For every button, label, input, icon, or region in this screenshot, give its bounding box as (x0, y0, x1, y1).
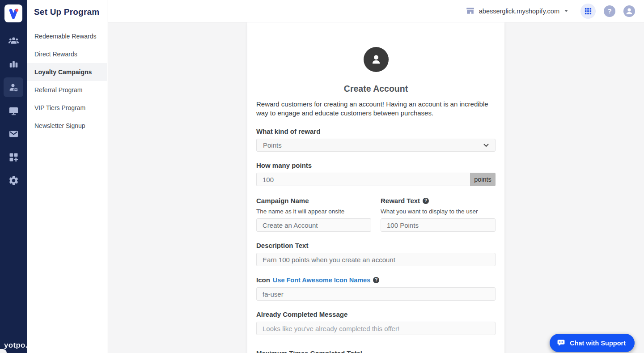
analytics-icon[interactable] (4, 54, 23, 74)
description-text-input[interactable] (256, 253, 496, 266)
yotpo-logo[interactable] (4, 4, 22, 22)
help-button[interactable]: ? (604, 5, 615, 17)
integrations-icon[interactable] (4, 147, 23, 167)
description-text-label: Description Text (256, 242, 496, 249)
topbar: abesserglick.myshopify.com ? (108, 0, 644, 22)
email-icon[interactable] (4, 124, 23, 144)
main-content: Create Account Reward customers for crea… (108, 22, 644, 353)
reward-text-label: Reward Text (381, 197, 496, 204)
reward-text-input[interactable] (381, 218, 496, 232)
apps-grid-button[interactable] (580, 4, 596, 19)
campaign-edit-card: Create Account Reward customers for crea… (247, 22, 504, 353)
icon-label: Icon (256, 276, 270, 284)
store-icon (466, 6, 475, 16)
sidebar-item-newsletter-signup[interactable]: Newsletter Signup (27, 117, 107, 135)
yotpo-wordmark: yotpo. (4, 341, 28, 350)
account-icon (623, 5, 635, 17)
setup-program-menu: Redeemable Rewards Direct Rewards Loyalt… (27, 27, 107, 135)
icon-label-row: Icon Use Font Awesome Icon Names (256, 276, 496, 284)
question-circle-icon[interactable] (373, 277, 379, 283)
points-input[interactable] (256, 173, 470, 186)
sidebar-item-referral-program[interactable]: Referral Program (27, 81, 107, 99)
reward-text-field: Reward Text What you want to display to … (381, 197, 496, 232)
question-circle-icon[interactable] (423, 198, 429, 204)
settings-icon[interactable] (4, 170, 23, 190)
help-icon: ? (607, 8, 611, 14)
campaign-name-label: Campaign Name (256, 197, 371, 204)
name-reward-row: Campaign Name The name as it will appear… (256, 197, 496, 232)
campaign-name-input[interactable] (256, 218, 371, 232)
points-addon[interactable]: points (470, 173, 496, 186)
chat-bubble-icon (557, 339, 565, 347)
campaign-name-field: Campaign Name The name as it will appear… (256, 197, 371, 232)
sidebar-item-direct-rewards[interactable]: Direct Rewards (27, 45, 107, 63)
customers-icon[interactable] (4, 31, 23, 51)
campaign-avatar (364, 47, 389, 72)
user-icon (369, 52, 383, 67)
setup-program-sidebar: Set Up Program Redeemable Rewards Direct… (27, 0, 107, 353)
apps-grid-icon (585, 8, 592, 15)
reward-kind-select[interactable]: Points (256, 139, 496, 152)
sidebar-item-loyalty-campaigns[interactable]: Loyalty Campaigns (27, 63, 107, 81)
store-domain: abesserglick.myshopify.com (479, 8, 559, 15)
max-times-label: Maximum Times Completed Total (256, 349, 496, 353)
icon-input[interactable] (256, 287, 496, 301)
chevron-down-icon (483, 144, 489, 147)
points-label: How many points (256, 162, 496, 169)
store-selector[interactable]: abesserglick.myshopify.com (466, 6, 568, 16)
already-completed-label: Already Completed Message (256, 310, 496, 318)
font-awesome-link[interactable]: Use Font Awesome Icon Names (273, 276, 370, 284)
sidebar-item-redeemable-rewards[interactable]: Redeemable Rewards (27, 27, 107, 45)
already-completed-input[interactable] (256, 322, 496, 335)
points-input-group: points (256, 173, 496, 186)
campaign-name-sublabel: The name as it will appear onsite (256, 208, 371, 215)
chat-with-support-button[interactable]: Chat with Support (550, 334, 635, 352)
icon-rail: yotpo. (0, 0, 27, 353)
sidebar-item-vip-tiers-program[interactable]: VIP Tiers Program (27, 99, 107, 117)
onsite-display-icon[interactable] (4, 101, 23, 120)
reward-kind-label: What kind of reward (256, 128, 496, 135)
reward-kind-value: Points (263, 141, 282, 149)
chevron-down-icon (564, 10, 568, 12)
reward-text-sublabel: What you want to display to the user (381, 208, 496, 215)
campaign-description: Reward customers for creating an account… (256, 100, 496, 118)
page-title: Set Up Program (27, 0, 107, 17)
campaign-title: Create Account (256, 84, 496, 94)
loyalty-campaigns-icon[interactable] (4, 77, 23, 97)
reward-text-label-text: Reward Text (381, 197, 420, 204)
account-button[interactable] (623, 5, 635, 17)
chat-button-label: Chat with Support (570, 340, 626, 347)
